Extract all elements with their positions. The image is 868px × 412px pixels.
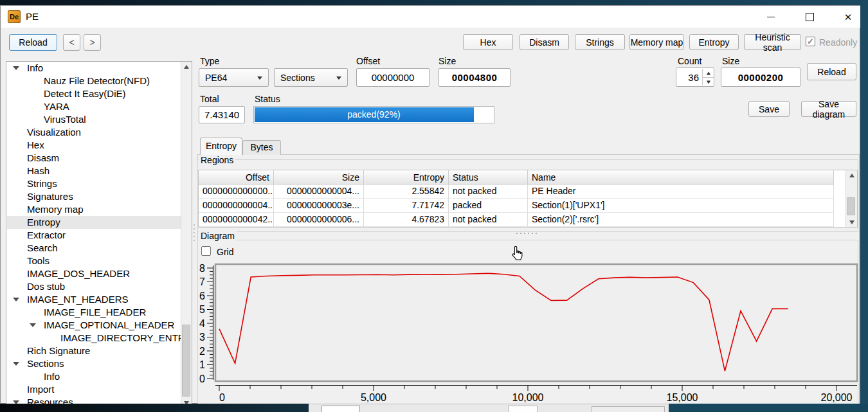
region-cell[interactable]: Section(2)['.rsrc'] xyxy=(528,213,834,227)
type-combobox[interactable]: PE64 xyxy=(199,68,269,87)
sidebar-item-search[interactable]: Search xyxy=(7,242,182,255)
mode-combobox[interactable]: Sections xyxy=(274,68,348,87)
back-button[interactable]: < xyxy=(63,34,80,51)
maximize-icon xyxy=(806,13,814,21)
sidebar-item-rich-signature[interactable]: Rich Signature xyxy=(7,345,182,357)
diagram-label: Diagram xyxy=(199,231,237,241)
plot-area xyxy=(215,264,857,381)
save-button[interactable]: Save xyxy=(748,101,790,117)
region-cell[interactable]: 0000000000004... xyxy=(274,184,364,199)
sidebar-item-import[interactable]: Import xyxy=(7,383,182,396)
sidebar-item-yara[interactable]: YARA xyxy=(7,100,182,113)
region-cell[interactable]: 7.71742 xyxy=(364,199,449,213)
view-button-strings[interactable]: Strings xyxy=(575,34,625,50)
sidebar-item-image-directory-entri-[interactable]: IMAGE_DIRECTORY_ENTRI... xyxy=(7,332,182,345)
sidebar-item-info[interactable]: Info xyxy=(7,62,182,75)
table-scrollbar[interactable] xyxy=(845,170,857,227)
window-close-button[interactable]: ✕ xyxy=(837,8,859,25)
sidebar-item-signatures[interactable]: Signatures xyxy=(7,190,182,203)
sidebar-item-label: Nauz File Detector(NFD) xyxy=(44,75,150,87)
region-cell[interactable]: 000000000003e... xyxy=(274,199,364,213)
column-header-offset[interactable]: Offset xyxy=(199,170,274,184)
region-cell[interactable]: 0000000000006... xyxy=(274,213,364,227)
entropy-chart[interactable]: 01234567805,00010,00015,00020,000 xyxy=(197,259,860,407)
sidebar-item-hash[interactable]: Hash xyxy=(7,165,182,177)
sidebar-item-hex[interactable]: Hex xyxy=(7,139,182,152)
sidebar-item-strings[interactable]: Strings xyxy=(7,177,182,190)
region-cell[interactable]: 2.55842 xyxy=(364,184,449,199)
tab-bytes[interactable]: Bytes xyxy=(242,140,281,155)
save-diagram-button[interactable]: Save diagram xyxy=(801,101,856,117)
readonly-checkbox[interactable]: ✓ xyxy=(806,37,815,46)
sidebar-item-image-file-header[interactable]: IMAGE_FILE_HEADER xyxy=(7,306,182,319)
tab-entropy[interactable]: Entropy xyxy=(200,138,242,155)
sidebar-item-tools[interactable]: Tools xyxy=(7,255,182,267)
type-label: Type xyxy=(200,56,219,66)
column-header-entropy[interactable]: Entropy xyxy=(364,170,449,184)
sidebar-item-label: Disasm xyxy=(27,152,59,165)
expander-down-icon[interactable] xyxy=(30,323,36,327)
scroll-down-icon[interactable] xyxy=(846,217,857,227)
sidebar-item-visualization[interactable]: Visualization xyxy=(7,126,182,139)
view-button-memory-map[interactable]: Memory map xyxy=(629,34,684,50)
sidebar-item-label: IMAGE_FILE_HEADER xyxy=(44,306,146,319)
size2-label: Size xyxy=(722,56,739,66)
spin-down-icon[interactable] xyxy=(703,78,714,86)
tree-scrollbar[interactable] xyxy=(181,62,192,408)
expander-down-icon[interactable] xyxy=(13,362,19,366)
sidebar-item-disasm[interactable]: Disasm xyxy=(7,152,182,165)
tree-scrollbar-thumb[interactable] xyxy=(182,325,190,397)
column-header-name[interactable]: Name xyxy=(528,170,834,184)
reload-entropy-button[interactable]: Reload xyxy=(807,63,856,80)
region-cell[interactable]: PE Header xyxy=(528,184,834,199)
column-header-status[interactable]: Status xyxy=(449,170,528,184)
regions-diagram-splitter[interactable] xyxy=(515,228,538,238)
taskbar-fragment xyxy=(0,404,309,412)
sidebar-item-dos-stub[interactable]: Dos stub xyxy=(7,280,182,293)
sidebar-item-image-nt-headers[interactable]: IMAGE_NT_HEADERS xyxy=(7,293,182,306)
sidebar-item-memory-map[interactable]: Memory map xyxy=(7,203,182,216)
screen: De PE ✕ Reload < > HexDisasmStringsMemor… xyxy=(0,0,868,412)
grid-label: Grid xyxy=(217,247,233,257)
expander-down-icon[interactable] xyxy=(13,66,19,70)
sidebar-item-sections[interactable]: Sections xyxy=(7,357,182,370)
total-field[interactable]: 7.43140 xyxy=(199,106,245,123)
sidebar-item-image-optional-header[interactable]: IMAGE_OPTIONAL_HEADER xyxy=(7,319,182,332)
view-button-hex[interactable]: Hex xyxy=(463,34,513,50)
region-cell[interactable]: 0000000000004... xyxy=(199,199,274,213)
region-cell[interactable]: packed xyxy=(449,199,528,213)
spin-buttons xyxy=(702,69,714,85)
reload-button[interactable]: Reload xyxy=(9,34,57,51)
window-minimize-button[interactable] xyxy=(760,8,782,25)
region-cell[interactable]: not packed xyxy=(449,184,528,199)
expander-down-icon[interactable] xyxy=(13,298,19,301)
table-scrollbar-thumb[interactable] xyxy=(847,197,855,215)
sidebar-item-label: Info xyxy=(44,370,60,383)
column-header-size[interactable]: Size xyxy=(274,170,364,184)
sidebar-item-info[interactable]: Info xyxy=(7,370,182,383)
sidebar-item-extractor[interactable]: Extractor xyxy=(7,229,182,242)
offset-field[interactable]: 00000000 xyxy=(356,68,429,87)
size-field[interactable]: 00004800 xyxy=(439,68,511,87)
window-maximize-button[interactable] xyxy=(799,8,820,25)
view-button-entropy[interactable]: Entropy xyxy=(689,34,739,50)
sidebar-item-virustotal[interactable]: VirusTotal xyxy=(7,113,182,126)
sidebar-item-nauz-file-detector-nfd-[interactable]: Nauz File Detector(NFD) xyxy=(7,75,182,87)
scroll-up-icon[interactable] xyxy=(181,62,192,71)
region-cell[interactable]: 4.67823 xyxy=(364,213,449,227)
forward-button[interactable]: > xyxy=(84,34,101,51)
size2-field[interactable]: 00000200 xyxy=(721,67,800,87)
view-button-disasm[interactable]: Disasm xyxy=(520,34,569,50)
region-cell[interactable]: 0000000000000... xyxy=(199,184,274,199)
grid-checkbox[interactable] xyxy=(201,246,211,256)
region-cell[interactable]: Section(1)['UPX1'] xyxy=(528,199,834,213)
spin-up-icon[interactable] xyxy=(703,69,714,78)
sidebar-item-image-dos-header[interactable]: IMAGE_DOS_HEADER xyxy=(7,267,182,280)
sidebar-item-entropy[interactable]: Entropy xyxy=(7,216,182,229)
region-cell[interactable]: 0000000000042... xyxy=(199,213,274,227)
sidebar-item-detect-it-easy-die-[interactable]: Detect It Easy(DiE) xyxy=(7,87,182,100)
scroll-up-icon[interactable] xyxy=(846,170,857,180)
view-button-heuristic-scan[interactable]: Heuristic scan xyxy=(744,34,801,50)
panel-splitter[interactable] xyxy=(194,222,195,244)
region-cell[interactable]: not packed xyxy=(449,213,528,227)
